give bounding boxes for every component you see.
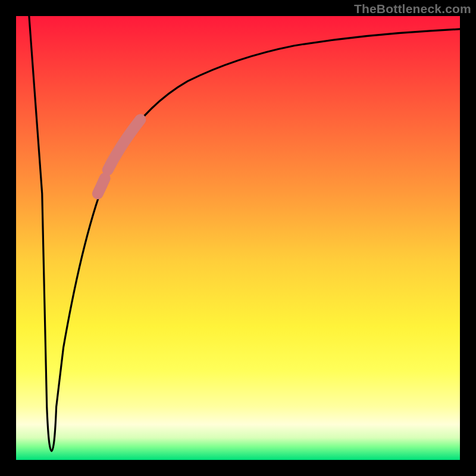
chart-stage: TheBottleneck.com xyxy=(0,0,476,476)
highlight-segment-upper xyxy=(108,120,140,170)
plot-area xyxy=(15,15,461,461)
bottleneck-curve-path xyxy=(29,16,460,451)
watermark-text: TheBottleneck.com xyxy=(354,2,471,16)
highlight-segment-lower xyxy=(98,178,105,194)
curve-layer xyxy=(16,16,460,460)
